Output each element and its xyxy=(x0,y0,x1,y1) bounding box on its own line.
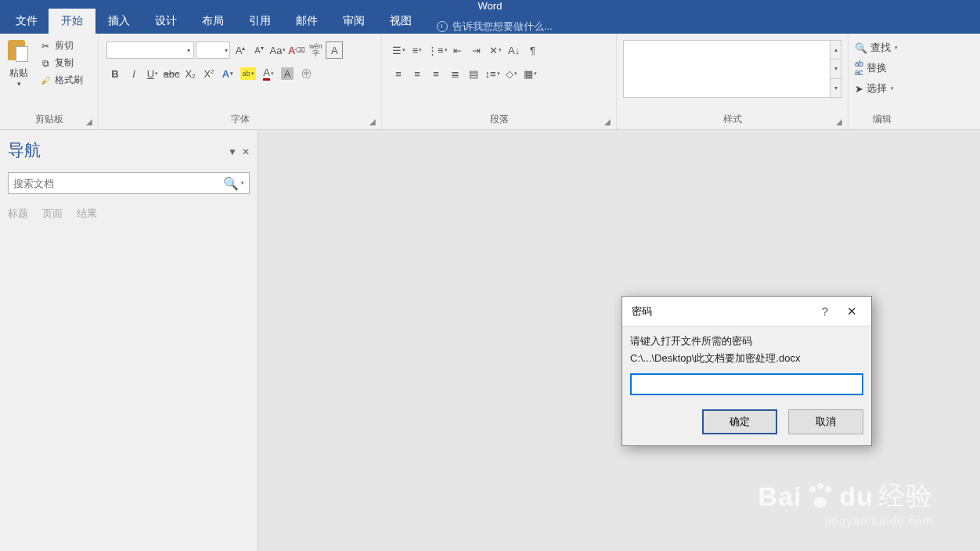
bullets-button[interactable]: ☰▾ xyxy=(390,41,407,59)
search-icon[interactable]: 🔍 xyxy=(223,176,239,191)
paste-button[interactable]: 粘贴 ▾ xyxy=(3,37,34,89)
tell-me-search[interactable]: 告诉我您想要做什么... xyxy=(437,20,553,34)
chevron-down-icon: ▾ xyxy=(17,80,21,88)
tab-layout[interactable]: 布局 xyxy=(189,9,236,34)
ribbon: 粘贴 ▾ ✂ 剪切 ⧉ 复制 🖌 格式刷 剪贴板 ◢ xyxy=(0,34,980,130)
styles-scroll-up[interactable]: ▴ xyxy=(830,41,841,59)
italic-button[interactable]: I xyxy=(125,65,142,82)
shrink-font-button[interactable]: A▾ xyxy=(250,41,268,59)
styles-scroll-down[interactable]: ▾ xyxy=(830,59,841,78)
align-center-button[interactable]: ≡ xyxy=(409,65,426,82)
copy-button[interactable]: ⧉ 复制 xyxy=(38,56,85,70)
nav-tab-headings[interactable]: 标题 xyxy=(8,207,28,221)
select-label: 选择 xyxy=(867,81,887,95)
tab-mailings[interactable]: 邮件 xyxy=(283,9,330,34)
ok-button[interactable]: 确定 xyxy=(702,409,777,434)
app-title: Word xyxy=(478,0,503,10)
superscript-button[interactable]: X2 xyxy=(200,65,218,82)
search-icon: 🔍 xyxy=(855,42,867,54)
cut-label: 剪切 xyxy=(55,39,74,52)
nav-tab-pages[interactable]: 页面 xyxy=(42,207,63,221)
align-right-button[interactable]: ≡ xyxy=(427,65,445,82)
clipboard-launcher[interactable]: ◢ xyxy=(86,117,95,127)
group-label-paragraph: 段落 xyxy=(385,113,613,128)
underline-button[interactable]: U▾ xyxy=(144,65,161,82)
select-button[interactable]: ➤ 选择 ▾ xyxy=(853,81,899,96)
font-color-button[interactable]: A▾ xyxy=(260,65,277,82)
paste-label: 粘贴 xyxy=(9,67,28,80)
distributed-button[interactable]: ▤ xyxy=(465,65,482,82)
group-font: ▾ ▾ A▴ A▾ Aa▾ A⌫ wén字 A B I U▾ abc X2 X2… xyxy=(99,34,382,129)
group-label-clipboard: 剪贴板 xyxy=(3,113,95,128)
nav-menu-button[interactable]: ▼ xyxy=(228,146,237,157)
dialog-prompt: 请键入打开文件所需的密码 xyxy=(630,334,863,348)
multilevel-list-button[interactable]: ⋮≡▾ xyxy=(427,41,448,59)
grow-font-button[interactable]: A▴ xyxy=(232,41,249,59)
tab-home[interactable]: 开始 xyxy=(49,9,95,34)
paste-icon xyxy=(6,38,31,65)
borders-button[interactable]: ▦▾ xyxy=(521,65,539,82)
password-dialog: 密码 ? ✕ 请键入打开文件所需的密码 C:\...\Desktop\此文档要加… xyxy=(622,296,872,446)
tab-file[interactable]: 文件 xyxy=(5,9,49,34)
tab-design[interactable]: 设计 xyxy=(142,9,189,34)
brush-icon: 🖌 xyxy=(39,74,52,87)
styles-launcher[interactable]: ◢ xyxy=(836,117,845,127)
show-marks-button[interactable]: ¶ xyxy=(524,41,542,59)
numbering-button[interactable]: ≡▾ xyxy=(409,41,426,59)
font-launcher[interactable]: ◢ xyxy=(369,117,379,127)
group-label-font: 字体 xyxy=(102,113,378,128)
asian-layout-button[interactable]: ✕▾ xyxy=(487,41,504,59)
scissors-icon: ✂ xyxy=(39,40,52,52)
phonetic-guide-button[interactable]: wén字 xyxy=(307,41,324,59)
chevron-down-icon: ▾ xyxy=(895,45,898,51)
highlight-button[interactable]: ab▾ xyxy=(238,65,258,82)
group-label-editing: 编辑 xyxy=(852,113,912,128)
cancel-button[interactable]: 取消 xyxy=(788,409,863,434)
character-border-button[interactable]: A xyxy=(326,41,343,59)
sort-button[interactable]: A↓ xyxy=(506,41,523,59)
decrease-indent-button[interactable]: ⇤ xyxy=(449,41,467,59)
cut-button[interactable]: ✂ 剪切 xyxy=(38,38,85,53)
nav-tab-results[interactable]: 结果 xyxy=(77,207,97,221)
dialog-help-button[interactable]: ? xyxy=(812,304,838,318)
paragraph-launcher[interactable]: ◢ xyxy=(604,117,614,127)
styles-gallery[interactable]: ▴ ▾ ▾ xyxy=(623,40,841,98)
group-styles: ▴ ▾ ▾ 样式 ◢ xyxy=(617,34,848,129)
tab-review[interactable]: 审阅 xyxy=(330,9,377,34)
font-name-combo[interactable]: ▾ xyxy=(106,41,194,59)
replace-icon: abac xyxy=(855,59,863,77)
chevron-down-icon[interactable]: ▾ xyxy=(241,180,244,186)
format-painter-button[interactable]: 🖌 格式刷 xyxy=(38,73,85,88)
nav-search-box[interactable]: 🔍 ▾ xyxy=(8,172,250,194)
subscript-button[interactable]: X2 xyxy=(182,65,199,82)
password-input[interactable] xyxy=(630,373,863,395)
dialog-close-button[interactable]: ✕ xyxy=(838,304,865,319)
increase-indent-button[interactable]: ⇥ xyxy=(468,41,485,59)
copy-icon: ⧉ xyxy=(39,57,52,70)
clear-formatting-button[interactable]: A⌫ xyxy=(288,41,305,59)
align-left-button[interactable]: ≡ xyxy=(390,65,407,82)
text-effects-button[interactable]: A▾ xyxy=(219,65,236,82)
enclose-characters-button[interactable]: ㊥ xyxy=(297,65,315,82)
nav-close-button[interactable]: ✕ xyxy=(242,146,250,157)
character-shading-button[interactable]: A xyxy=(279,65,296,82)
strikethrough-button[interactable]: abc xyxy=(163,65,180,82)
justify-button[interactable]: ≣ xyxy=(446,65,463,82)
font-size-combo[interactable]: ▾ xyxy=(196,41,230,59)
nav-title: 导航 xyxy=(8,139,41,161)
group-paragraph: ☰▾ ≡▾ ⋮≡▾ ⇤ ⇥ ✕▾ A↓ ¶ ≡ ≡ ≡ ≣ ▤ ↕≡▾ ◇▾ ▦… xyxy=(382,34,617,129)
styles-expand[interactable]: ▾ xyxy=(830,79,841,97)
group-editing: 🔍 查找 ▾ abac 替换 ➤ 选择 ▾ 编辑 xyxy=(848,34,915,129)
change-case-button[interactable]: Aa▾ xyxy=(269,41,286,59)
nav-search-input[interactable] xyxy=(13,178,223,189)
bold-button[interactable]: B xyxy=(106,65,124,82)
replace-button[interactable]: abac 替换 xyxy=(853,59,899,77)
tab-view[interactable]: 视图 xyxy=(377,9,424,34)
format-painter-label: 格式刷 xyxy=(55,74,83,87)
group-label-styles: 样式 xyxy=(620,113,845,128)
shading-button[interactable]: ◇▾ xyxy=(503,65,520,82)
find-button[interactable]: 🔍 查找 ▾ xyxy=(853,40,899,56)
line-spacing-button[interactable]: ↕≡▾ xyxy=(484,65,501,82)
tab-insert[interactable]: 插入 xyxy=(95,9,142,34)
tab-references[interactable]: 引用 xyxy=(236,9,283,34)
